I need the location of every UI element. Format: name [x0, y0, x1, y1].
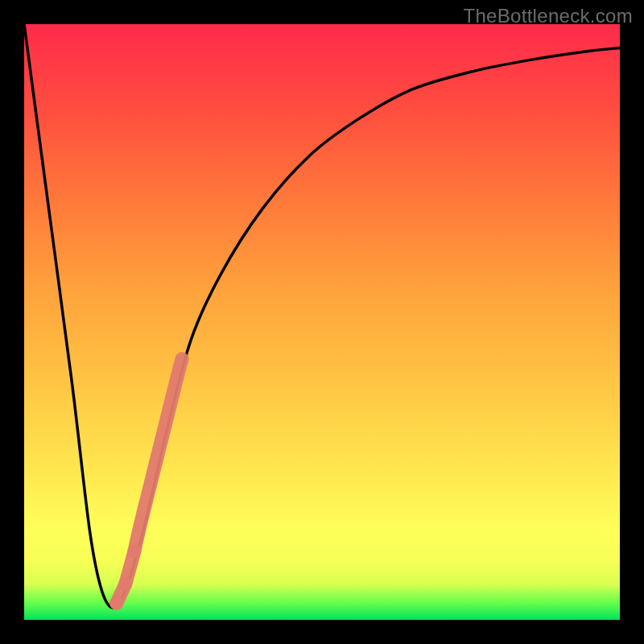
- svg-point-0: [109, 597, 123, 610]
- chart-svg: [24, 24, 620, 620]
- bottleneck-curve: [24, 24, 620, 608]
- chart-plot-area: [24, 24, 620, 620]
- svg-point-2: [127, 544, 141, 558]
- highlight-dots: [109, 359, 182, 610]
- watermark-text: TheBottleneck.com: [463, 5, 633, 27]
- svg-point-1: [118, 577, 132, 591]
